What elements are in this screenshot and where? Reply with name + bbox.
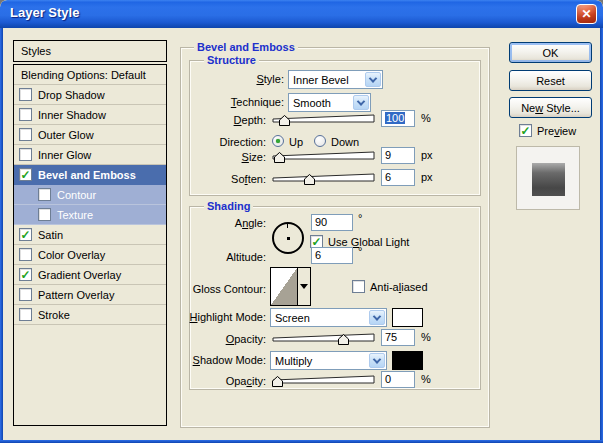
- direction-down-radio[interactable]: [314, 135, 326, 147]
- sidebar-item-contour[interactable]: Contour: [14, 185, 166, 205]
- sidebar-item-outer-glow[interactable]: Outer Glow: [14, 125, 166, 145]
- slider-track[interactable]: [272, 331, 375, 343]
- sidebar-item-satin[interactable]: ✓ Satin: [14, 225, 166, 245]
- checkbox[interactable]: [19, 148, 32, 161]
- ok-button[interactable]: OK: [509, 42, 592, 63]
- soften-label: Soften:: [231, 173, 266, 185]
- shadow-opacity-slider[interactable]: [272, 373, 375, 387]
- angle-dial[interactable]: [272, 222, 304, 254]
- checkbox[interactable]: ✓: [19, 168, 32, 181]
- chevron-down-icon[interactable]: [369, 353, 385, 368]
- checkbox[interactable]: [38, 188, 51, 201]
- reset-button[interactable]: Reset: [509, 70, 592, 91]
- slider-track[interactable]: [272, 373, 375, 385]
- size-slider-thumb[interactable]: [274, 152, 285, 163]
- depth-label: Depth:: [234, 114, 266, 126]
- size-slider[interactable]: [272, 149, 375, 163]
- shading-group-title: Shading: [204, 200, 253, 212]
- shadow-color-swatch[interactable]: [392, 351, 423, 370]
- new-style-button[interactable]: New Style...: [509, 97, 592, 118]
- depth-slider-thumb[interactable]: [279, 115, 290, 126]
- gloss-contour-dropdown[interactable]: [297, 268, 310, 305]
- chevron-down-icon[interactable]: [353, 95, 369, 110]
- checkbox[interactable]: [19, 108, 32, 121]
- shadow-mode-label: Shadow Mode:: [193, 354, 266, 366]
- direction-down-label[interactable]: Down: [331, 136, 359, 148]
- technique-label: Technique:: [231, 96, 284, 108]
- highlight-opacity-slider[interactable]: [272, 331, 375, 345]
- soften-slider-thumb[interactable]: [304, 174, 315, 185]
- direction-up-label[interactable]: Up: [289, 136, 303, 148]
- sidebar-item-stroke[interactable]: Stroke: [14, 305, 166, 325]
- shadow-opacity-unit: %: [421, 373, 431, 385]
- highlight-opacity-thumb[interactable]: [338, 334, 349, 345]
- titlebar[interactable]: Layer Style ✕: [0, 0, 603, 28]
- checkbox[interactable]: [19, 128, 32, 141]
- styles-list: Blending Options: Default Drop Shadow In…: [13, 64, 167, 426]
- check-icon: ✓: [20, 269, 30, 281]
- triangle-down-icon: [300, 284, 308, 289]
- sidebar-item-bevel-and-emboss[interactable]: ✓ Bevel and Emboss: [14, 165, 166, 185]
- sidebar-item-texture[interactable]: Texture: [14, 205, 166, 225]
- slider-track[interactable]: [272, 171, 375, 183]
- altitude-label: Altitude:: [226, 251, 266, 263]
- preview-thumbnail-swatch: [532, 163, 565, 196]
- sidebar-item-inner-glow[interactable]: Inner Glow: [14, 145, 166, 165]
- size-input[interactable]: 9: [381, 147, 415, 164]
- technique-select[interactable]: Smooth: [288, 93, 371, 112]
- sidebar-item-drop-shadow[interactable]: Drop Shadow: [14, 85, 166, 105]
- highlight-color-swatch[interactable]: [392, 308, 423, 327]
- anti-aliased-checkbox[interactable]: [352, 280, 365, 293]
- checkbox[interactable]: ✓: [19, 228, 32, 241]
- preview-thumbnail: [516, 146, 580, 210]
- sidebar-item-blending-options[interactable]: Blending Options: Default: [14, 65, 166, 85]
- gloss-contour-thumbnail[interactable]: [271, 268, 297, 305]
- shadow-opacity-thumb[interactable]: [272, 376, 283, 387]
- gloss-contour-picker[interactable]: [270, 267, 311, 306]
- depth-unit: %: [421, 112, 431, 124]
- highlight-opacity-input[interactable]: 75: [381, 329, 415, 346]
- highlight-mode-select[interactable]: Screen: [270, 308, 387, 327]
- angle-dial-tick: [287, 224, 288, 228]
- angle-dial-center: [287, 237, 290, 240]
- angle-unit: °: [358, 212, 362, 224]
- close-button[interactable]: ✕: [576, 4, 597, 24]
- sidebar-item-pattern-overlay[interactable]: Pattern Overlay: [14, 285, 166, 305]
- depth-slider[interactable]: [272, 112, 375, 126]
- sidebar-item-gradient-overlay[interactable]: ✓ Gradient Overlay: [14, 265, 166, 285]
- slider-track[interactable]: [272, 149, 375, 161]
- sidebar-item-inner-shadow[interactable]: Inner Shadow: [14, 105, 166, 125]
- anti-aliased-label[interactable]: Anti-aliased: [370, 281, 428, 293]
- preview-label[interactable]: Preview: [537, 125, 576, 137]
- bevel-emboss-group-title: Bevel and Emboss: [194, 41, 298, 53]
- style-select[interactable]: Inner Bevel: [288, 70, 383, 89]
- direction-up-radio[interactable]: [272, 135, 284, 147]
- check-icon: ✓: [520, 125, 530, 137]
- checkbox[interactable]: [19, 308, 32, 321]
- checkbox[interactable]: [38, 208, 51, 221]
- altitude-input[interactable]: 6: [311, 247, 353, 264]
- check-icon: ✓: [20, 169, 30, 181]
- soften-slider[interactable]: [272, 171, 375, 185]
- shadow-opacity-label: Opacity:: [226, 375, 266, 387]
- checkbox[interactable]: [19, 248, 32, 261]
- window-border-left: [0, 28, 3, 443]
- shadow-mode-select[interactable]: Multiply: [270, 351, 387, 370]
- highlight-opacity-label: Opacity:: [226, 333, 266, 345]
- checkbox[interactable]: [19, 88, 32, 101]
- checkbox[interactable]: [19, 288, 32, 301]
- checkbox[interactable]: ✓: [19, 268, 32, 281]
- size-label: Size:: [242, 151, 266, 163]
- depth-input[interactable]: 100: [381, 110, 415, 127]
- preview-checkbox[interactable]: ✓: [519, 124, 532, 137]
- chevron-down-icon[interactable]: [365, 72, 381, 87]
- styles-header-label: Styles: [21, 45, 51, 57]
- chevron-down-icon[interactable]: [369, 310, 385, 325]
- shadow-opacity-input[interactable]: 0: [381, 371, 415, 388]
- structure-group-title: Structure: [204, 54, 259, 66]
- shadow-color-fill: [393, 352, 422, 369]
- soften-input[interactable]: 6: [381, 169, 415, 186]
- angle-input[interactable]: 90: [311, 214, 353, 231]
- check-icon: ✓: [20, 229, 30, 241]
- sidebar-item-color-overlay[interactable]: Color Overlay: [14, 245, 166, 265]
